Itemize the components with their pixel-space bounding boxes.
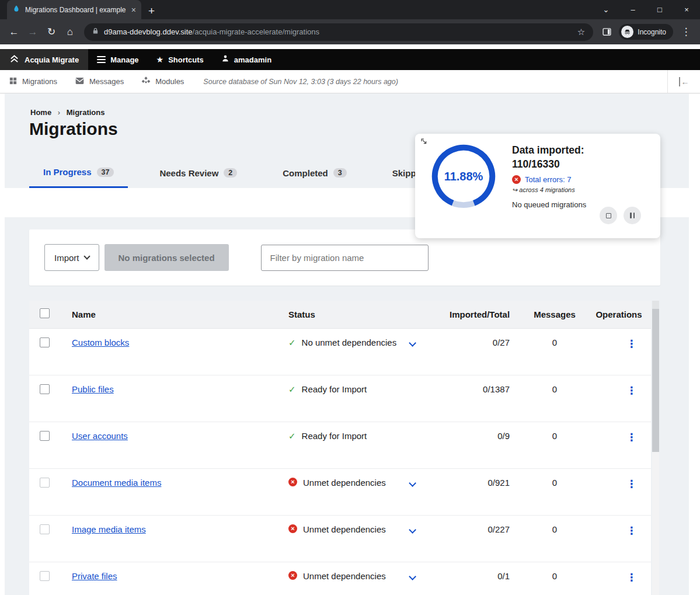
forward-icon[interactable]: → (23, 23, 42, 41)
main-content: Home › Migrations Migrations In Progress… (0, 93, 700, 595)
migration-link[interactable]: Document media items (72, 478, 161, 488)
breadcrumb: Home › Migrations (30, 108, 105, 117)
shortcuts-menu[interactable]: ★ Shortcuts (148, 49, 213, 70)
no-migrations-selected-button[interactable]: No migrations selected (105, 244, 229, 271)
scrollbar-up-button[interactable] (652, 301, 659, 309)
nav-modules[interactable]: Modules (133, 76, 193, 87)
minimize-button[interactable]: – (619, 5, 646, 14)
progress-card: 11.88% Data imported: 110/16330 × Total … (415, 134, 660, 238)
back-icon[interactable]: ← (5, 23, 23, 41)
address-bar[interactable]: d9ama-ddevblog.ddev.site/acquia-migrate-… (84, 23, 593, 41)
user-menu[interactable]: amadamin (213, 49, 280, 70)
scrollbar-thumb[interactable] (652, 309, 659, 452)
star-icon: ★ (156, 55, 164, 64)
filter-input[interactable] (261, 245, 429, 271)
row-checkbox[interactable] (40, 524, 50, 534)
user-icon (221, 54, 229, 65)
page-title: Migrations (29, 119, 118, 139)
maximize-button[interactable]: □ (646, 5, 673, 14)
error-icon: × (288, 571, 297, 580)
messages-count: 0 (523, 515, 587, 562)
hamburger-icon (97, 56, 106, 63)
import-dropdown-button[interactable]: Import (44, 244, 99, 271)
close-window-button[interactable]: × (673, 5, 700, 14)
total-errors-link[interactable]: Total errors: 7 (525, 175, 571, 184)
incognito-label: Incognito (638, 28, 666, 36)
kebab-menu-icon[interactable]: ⋮ (626, 572, 637, 583)
table-header-row: Name Status Imported/Total Messages Oper… (29, 301, 651, 328)
tab-needs-review[interactable]: Needs Review 2 (145, 158, 251, 188)
side-panel-icon[interactable] (598, 27, 615, 37)
migration-link[interactable]: Image media items (72, 524, 146, 534)
messages-count: 0 (523, 328, 587, 375)
nav-migrations[interactable]: Migrations (0, 76, 66, 87)
table-scrollbar[interactable] (652, 301, 659, 595)
header-operations: Operations (587, 301, 651, 328)
table-row: User accounts ✓Ready for Import 0/9 0 ⋮ (29, 422, 651, 468)
kebab-menu-icon[interactable]: ⋮ (626, 385, 637, 396)
drupal-logo-icon (12, 5, 20, 15)
row-checkbox[interactable] (40, 571, 50, 581)
migration-link[interactable]: User accounts (72, 431, 128, 441)
pause-icon (630, 213, 635, 218)
data-imported-label: Data imported: (512, 143, 658, 157)
breadcrumb-separator: › (58, 108, 60, 117)
breadcrumb-home-link[interactable]: Home (30, 108, 51, 117)
new-tab-button[interactable]: + (148, 5, 155, 16)
kebab-menu-icon[interactable]: ⋮ (626, 478, 637, 490)
count-badge: 37 (97, 168, 114, 177)
kebab-menu-icon[interactable]: ⋮ (626, 432, 637, 443)
acquia-logo-icon (9, 54, 19, 66)
home-icon[interactable]: ⌂ (61, 23, 79, 41)
tab-completed[interactable]: Completed 3 (269, 158, 360, 188)
breadcrumb-current: Migrations (67, 108, 105, 117)
messages-count: 0 (523, 422, 587, 468)
browser-menu-icon[interactable]: ⋮ (677, 23, 695, 41)
table-row: Private files ×Unmet dependencies 0/1 0 … (29, 562, 651, 595)
messages-count: 0 (523, 375, 587, 422)
source-database-note: Source database of Sun Nov 12, 3:03 (3 d… (203, 78, 398, 86)
acquia-migrate-brand[interactable]: Acquia Migrate (0, 49, 88, 70)
tab-title: Migrations Dashboard | example (25, 6, 127, 14)
page-viewport: Acquia Migrate Manage ★ Shortcuts amadam… (0, 44, 700, 595)
nav-messages[interactable]: Messages (66, 76, 133, 87)
collapse-toolbar-button[interactable]: ← (667, 70, 700, 93)
tab-strip: Migrations Dashboard | example × + ⌄ – □… (0, 0, 700, 19)
tab-close-icon[interactable]: × (131, 5, 136, 15)
row-checkbox[interactable] (40, 337, 50, 347)
migration-link[interactable]: Custom blocks (72, 337, 129, 347)
stop-button[interactable] (600, 207, 617, 224)
chevron-down-icon (83, 253, 90, 259)
row-checkbox[interactable] (40, 478, 50, 488)
header-status: Status (286, 301, 450, 328)
kebab-menu-icon[interactable]: ⋮ (626, 525, 637, 537)
collapse-icon: ← (679, 77, 689, 86)
reload-icon[interactable]: ↻ (42, 23, 61, 41)
tab-search-chevron-icon[interactable]: ⌄ (593, 5, 619, 14)
view-tabs: In Progress 37 Needs Review 2 Completed … (29, 158, 440, 188)
imported-total: 0/9 (450, 422, 523, 468)
pause-button[interactable] (624, 207, 641, 224)
row-checkbox[interactable] (40, 384, 50, 394)
row-checkbox[interactable] (40, 431, 50, 441)
migration-link[interactable]: Public files (72, 384, 114, 394)
kebab-menu-icon[interactable]: ⋮ (626, 338, 637, 350)
error-icon: × (288, 524, 297, 533)
browser-tab[interactable]: Migrations Dashboard | example × (7, 0, 141, 19)
count-badge: 2 (224, 168, 237, 178)
manage-menu[interactable]: Manage (88, 49, 147, 70)
imported-total: 0/1387 (450, 375, 523, 422)
migration-link[interactable]: Private files (72, 571, 117, 581)
bookmark-star-icon[interactable]: ☆ (577, 27, 585, 37)
hook-arrow-icon: ↪ (512, 186, 517, 193)
resize-corner-icon[interactable] (420, 137, 429, 148)
data-imported-fraction: 110/16330 (512, 157, 658, 171)
modules-icon (141, 76, 151, 87)
header-messages: Messages (523, 301, 587, 328)
error-icon: × (288, 478, 297, 486)
imported-total: 0/27 (450, 328, 523, 375)
table-row: Public files ✓Ready for Import 0/1387 0 … (29, 375, 651, 422)
tab-in-progress[interactable]: In Progress 37 (29, 158, 128, 188)
window-controls: ⌄ – □ × (593, 0, 700, 19)
select-all-checkbox[interactable] (40, 308, 50, 318)
